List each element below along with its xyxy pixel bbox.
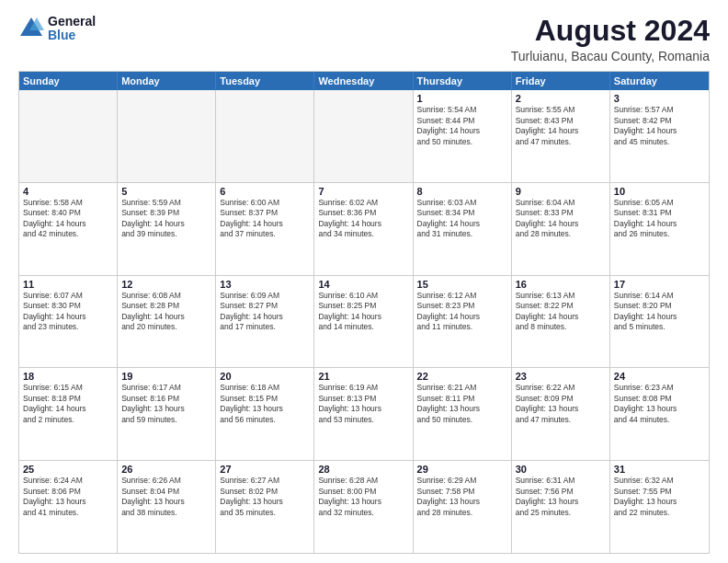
day-info: Sunrise: 6:17 AM Sunset: 8:16 PM Dayligh… — [121, 383, 211, 425]
day-cell-2: 2Sunrise: 5:55 AM Sunset: 8:43 PM Daylig… — [512, 90, 610, 182]
day-number: 7 — [318, 186, 408, 197]
day-info: Sunrise: 6:18 AM Sunset: 8:15 PM Dayligh… — [220, 383, 310, 425]
logo-icon — [18, 16, 44, 41]
day-number: 29 — [417, 464, 507, 475]
logo: General Blue — [18, 15, 96, 43]
logo-blue: Blue — [48, 29, 96, 42]
day-info: Sunrise: 5:54 AM Sunset: 8:44 PM Dayligh… — [417, 105, 507, 147]
day-number: 13 — [220, 279, 310, 290]
day-cell-12: 12Sunrise: 6:08 AM Sunset: 8:28 PM Dayli… — [118, 276, 216, 368]
day-number: 9 — [516, 186, 606, 197]
day-cell-28: 28Sunrise: 6:28 AM Sunset: 8:00 PM Dayli… — [314, 461, 413, 553]
day-number: 20 — [220, 371, 310, 382]
day-cell-21: 21Sunrise: 6:19 AM Sunset: 8:13 PM Dayli… — [314, 368, 413, 460]
day-info: Sunrise: 5:58 AM Sunset: 8:40 PM Dayligh… — [23, 198, 113, 240]
day-cell-7: 7Sunrise: 6:02 AM Sunset: 8:36 PM Daylig… — [314, 183, 413, 275]
day-info: Sunrise: 6:13 AM Sunset: 8:22 PM Dayligh… — [516, 291, 606, 333]
day-cell-15: 15Sunrise: 6:12 AM Sunset: 8:23 PM Dayli… — [414, 276, 512, 368]
day-number: 30 — [516, 464, 606, 475]
day-number: 19 — [121, 371, 211, 382]
day-number: 16 — [516, 279, 606, 290]
day-info: Sunrise: 6:04 AM Sunset: 8:33 PM Dayligh… — [516, 198, 606, 240]
day-info: Sunrise: 6:10 AM Sunset: 8:25 PM Dayligh… — [318, 291, 408, 333]
day-info: Sunrise: 5:55 AM Sunset: 8:43 PM Dayligh… — [516, 105, 606, 147]
day-info: Sunrise: 6:27 AM Sunset: 8:02 PM Dayligh… — [220, 476, 310, 518]
day-cell-20: 20Sunrise: 6:18 AM Sunset: 8:15 PM Dayli… — [216, 368, 314, 460]
page: General Blue August 2024 Turluianu, Baca… — [0, 0, 728, 563]
day-number: 6 — [220, 186, 310, 197]
day-number: 5 — [121, 186, 211, 197]
day-cell-3: 3Sunrise: 5:57 AM Sunset: 8:42 PM Daylig… — [610, 90, 709, 182]
month-year: August 2024 — [511, 15, 710, 47]
day-info: Sunrise: 6:12 AM Sunset: 8:23 PM Dayligh… — [417, 291, 507, 333]
day-info: Sunrise: 6:05 AM Sunset: 8:31 PM Dayligh… — [614, 198, 705, 240]
day-cell-8: 8Sunrise: 6:03 AM Sunset: 8:34 PM Daylig… — [414, 183, 512, 275]
day-cell-1: 1Sunrise: 5:54 AM Sunset: 8:44 PM Daylig… — [414, 90, 512, 182]
day-info: Sunrise: 6:22 AM Sunset: 8:09 PM Dayligh… — [516, 383, 606, 425]
day-info: Sunrise: 6:15 AM Sunset: 8:18 PM Dayligh… — [23, 383, 113, 425]
day-number: 27 — [220, 464, 310, 475]
day-info: Sunrise: 6:09 AM Sunset: 8:27 PM Dayligh… — [220, 291, 310, 333]
day-number: 17 — [614, 279, 705, 290]
day-cell-17: 17Sunrise: 6:14 AM Sunset: 8:20 PM Dayli… — [610, 276, 709, 368]
day-number: 10 — [614, 186, 705, 197]
weekday-header-sunday: Sunday — [19, 72, 118, 90]
weekday-header-thursday: Thursday — [414, 72, 512, 90]
day-cell-19: 19Sunrise: 6:17 AM Sunset: 8:16 PM Dayli… — [118, 368, 216, 460]
day-cell-26: 26Sunrise: 6:26 AM Sunset: 8:04 PM Dayli… — [118, 461, 216, 553]
day-info: Sunrise: 6:00 AM Sunset: 8:37 PM Dayligh… — [220, 198, 310, 240]
calendar-row-5: 25Sunrise: 6:24 AM Sunset: 8:06 PM Dayli… — [19, 460, 709, 553]
day-number: 12 — [121, 279, 211, 290]
calendar-row-3: 11Sunrise: 6:07 AM Sunset: 8:30 PM Dayli… — [19, 275, 709, 368]
day-number: 3 — [614, 93, 705, 104]
day-info: Sunrise: 6:26 AM Sunset: 8:04 PM Dayligh… — [121, 476, 211, 518]
day-number: 2 — [516, 93, 606, 104]
day-info: Sunrise: 6:07 AM Sunset: 8:30 PM Dayligh… — [23, 291, 113, 333]
day-info: Sunrise: 6:24 AM Sunset: 8:06 PM Dayligh… — [23, 476, 113, 518]
day-number: 18 — [23, 371, 113, 382]
logo-text: General Blue — [48, 15, 96, 43]
weekday-header-wednesday: Wednesday — [314, 72, 413, 90]
day-number: 8 — [417, 186, 507, 197]
day-info: Sunrise: 5:57 AM Sunset: 8:42 PM Dayligh… — [614, 105, 705, 147]
weekday-header-tuesday: Tuesday — [216, 72, 314, 90]
day-info: Sunrise: 6:03 AM Sunset: 8:34 PM Dayligh… — [417, 198, 507, 240]
day-cell-10: 10Sunrise: 6:05 AM Sunset: 8:31 PM Dayli… — [610, 183, 709, 275]
day-cell-25: 25Sunrise: 6:24 AM Sunset: 8:06 PM Dayli… — [19, 461, 118, 553]
day-number: 1 — [417, 93, 507, 104]
weekday-header-friday: Friday — [512, 72, 610, 90]
calendar: SundayMondayTuesdayWednesdayThursdayFrid… — [18, 71, 710, 554]
day-info: Sunrise: 6:23 AM Sunset: 8:08 PM Dayligh… — [614, 383, 705, 425]
location: Turluianu, Bacau County, Romania — [511, 49, 710, 63]
day-number: 14 — [318, 279, 408, 290]
day-number: 24 — [614, 371, 705, 382]
day-number: 21 — [318, 371, 408, 382]
day-cell-13: 13Sunrise: 6:09 AM Sunset: 8:27 PM Dayli… — [216, 276, 314, 368]
empty-cell — [19, 90, 118, 182]
day-info: Sunrise: 6:31 AM Sunset: 7:56 PM Dayligh… — [516, 476, 606, 518]
calendar-header: SundayMondayTuesdayWednesdayThursdayFrid… — [19, 72, 709, 90]
day-info: Sunrise: 6:08 AM Sunset: 8:28 PM Dayligh… — [121, 291, 211, 333]
day-number: 23 — [516, 371, 606, 382]
day-number: 25 — [23, 464, 113, 475]
day-info: Sunrise: 6:32 AM Sunset: 7:55 PM Dayligh… — [614, 476, 705, 518]
day-number: 4 — [23, 186, 113, 197]
day-number: 28 — [318, 464, 408, 475]
weekday-header-saturday: Saturday — [610, 72, 709, 90]
day-info: Sunrise: 5:59 AM Sunset: 8:39 PM Dayligh… — [121, 198, 211, 240]
day-cell-4: 4Sunrise: 5:58 AM Sunset: 8:40 PM Daylig… — [19, 183, 118, 275]
empty-cell — [118, 90, 216, 182]
day-number: 22 — [417, 371, 507, 382]
day-cell-6: 6Sunrise: 6:00 AM Sunset: 8:37 PM Daylig… — [216, 183, 314, 275]
day-cell-16: 16Sunrise: 6:13 AM Sunset: 8:22 PM Dayli… — [512, 276, 610, 368]
title-block: August 2024 Turluianu, Bacau County, Rom… — [511, 15, 710, 63]
day-cell-14: 14Sunrise: 6:10 AM Sunset: 8:25 PM Dayli… — [314, 276, 413, 368]
day-info: Sunrise: 6:28 AM Sunset: 8:00 PM Dayligh… — [318, 476, 408, 518]
day-cell-18: 18Sunrise: 6:15 AM Sunset: 8:18 PM Dayli… — [19, 368, 118, 460]
empty-cell — [216, 90, 314, 182]
day-cell-31: 31Sunrise: 6:32 AM Sunset: 7:55 PM Dayli… — [610, 461, 709, 553]
day-info: Sunrise: 6:02 AM Sunset: 8:36 PM Dayligh… — [318, 198, 408, 240]
day-cell-11: 11Sunrise: 6:07 AM Sunset: 8:30 PM Dayli… — [19, 276, 118, 368]
logo-general: General — [48, 15, 96, 29]
day-cell-9: 9Sunrise: 6:04 AM Sunset: 8:33 PM Daylig… — [512, 183, 610, 275]
